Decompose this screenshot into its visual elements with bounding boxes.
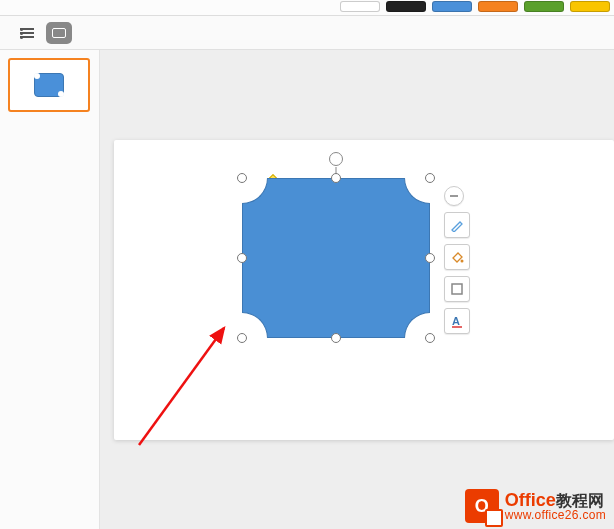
office-logo-icon: O bbox=[465, 489, 499, 523]
svg-rect-2 bbox=[452, 284, 462, 294]
resize-handle-e[interactable] bbox=[425, 253, 435, 263]
slide[interactable]: A bbox=[114, 140, 614, 440]
slide-thumbnail-1[interactable] bbox=[8, 58, 90, 112]
resize-handle-nw[interactable] bbox=[237, 173, 247, 183]
list-icon bbox=[20, 28, 34, 38]
rounded-rectangle-shape[interactable] bbox=[242, 178, 430, 338]
svg-point-1 bbox=[461, 260, 464, 263]
shape-style-gallery[interactable] bbox=[340, 0, 610, 13]
watermark-title: Office教程网 bbox=[505, 491, 606, 509]
watermark-title-cn: 教程网 bbox=[556, 492, 604, 509]
text-style-button[interactable]: A bbox=[444, 308, 470, 334]
resize-handle-ne[interactable] bbox=[425, 173, 435, 183]
slide-canvas-area[interactable]: A bbox=[100, 50, 614, 529]
square-icon bbox=[450, 282, 464, 296]
minus-icon bbox=[449, 191, 459, 201]
svg-line-5 bbox=[139, 328, 224, 445]
watermark-url: www.office26.com bbox=[505, 509, 606, 521]
style-swatch-yellow[interactable] bbox=[570, 1, 610, 12]
resize-handle-n[interactable] bbox=[331, 173, 341, 183]
shape-corner bbox=[242, 178, 268, 204]
resize-handle-sw[interactable] bbox=[237, 333, 247, 343]
shape-effects-button[interactable] bbox=[444, 276, 470, 302]
watermark-title-en: Office bbox=[505, 490, 556, 510]
shape-outline-button[interactable] bbox=[444, 212, 470, 238]
collapse-tools-button[interactable] bbox=[444, 186, 464, 206]
resize-handle-se[interactable] bbox=[425, 333, 435, 343]
svg-text:A: A bbox=[452, 315, 460, 327]
pencil-icon bbox=[450, 218, 464, 232]
shape-quick-tools: A bbox=[444, 186, 470, 334]
text-a-icon: A bbox=[450, 314, 464, 328]
style-swatch-orange[interactable] bbox=[478, 1, 518, 12]
format-toolbar bbox=[0, 0, 614, 16]
resize-handle-s[interactable] bbox=[331, 333, 341, 343]
selected-shape[interactable] bbox=[242, 178, 430, 338]
annotation-arrow-icon bbox=[134, 320, 244, 450]
thumbnail-view-button[interactable] bbox=[46, 22, 72, 44]
rotate-handle-icon[interactable] bbox=[329, 152, 343, 166]
panel-view-toggle[interactable] bbox=[14, 22, 72, 44]
slide-thumbnail-panel[interactable] bbox=[0, 50, 100, 529]
style-swatch-blue[interactable] bbox=[432, 1, 472, 12]
resize-handle-w[interactable] bbox=[237, 253, 247, 263]
style-swatch-green[interactable] bbox=[524, 1, 564, 12]
style-swatch-white[interactable] bbox=[340, 1, 380, 12]
shape-fill-button[interactable] bbox=[444, 244, 470, 270]
bucket-icon bbox=[450, 250, 464, 264]
thumbnail-shape-preview bbox=[34, 73, 64, 97]
thumbnail-icon bbox=[52, 28, 66, 38]
style-swatch-black[interactable] bbox=[386, 1, 426, 12]
outline-view-button[interactable] bbox=[14, 22, 40, 44]
watermark: O Office教程网 www.office26.com bbox=[465, 489, 606, 523]
panel-view-bar bbox=[0, 16, 614, 50]
